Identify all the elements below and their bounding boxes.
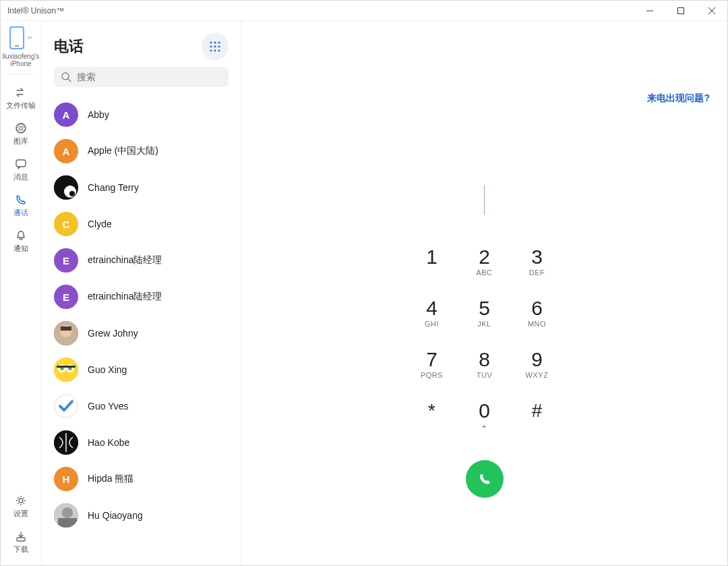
contact-row[interactable]: HHipda 熊猫: [42, 461, 241, 497]
call-button[interactable]: [466, 460, 504, 498]
bell-icon: [14, 229, 28, 242]
keypad-key-9[interactable]: 9WXYZ: [511, 339, 564, 390]
keypad-number: 4: [426, 298, 437, 318]
keypad-sublabel: +: [482, 422, 487, 430]
svg-rect-31: [57, 366, 75, 368]
minimize-button[interactable]: [634, 1, 665, 21]
phone-icon: [477, 472, 492, 486]
contact-row[interactable]: CClyde: [42, 206, 241, 242]
keypad-key-6[interactable]: 6MNO: [511, 287, 564, 339]
close-button[interactable]: [696, 1, 727, 21]
sidebar-item-settings[interactable]: 设置: [3, 490, 40, 523]
contact-row[interactable]: Eetrainchina陆经理: [42, 242, 241, 279]
page-title: 电话: [54, 36, 84, 57]
svg-rect-25: [61, 327, 71, 331]
sidebar-item-label: 图库: [13, 136, 28, 146]
keypad-key-8[interactable]: 8TUV: [458, 339, 511, 390]
sidebar-item-label: 通话: [13, 208, 28, 218]
keypad-key-4[interactable]: 4GHI: [406, 287, 458, 339]
search-icon: [61, 72, 71, 82]
keypad-number: *: [428, 401, 435, 420]
keypad-key-3[interactable]: 3DEF: [511, 236, 564, 287]
avatar: [54, 430, 78, 455]
contact-list[interactable]: AAbbyAApple (中国大陆)Chang TerryCClydeEetra…: [42, 94, 241, 565]
avatar: E: [54, 248, 78, 273]
sidebar-item-transfer[interactable]: 文件传输: [3, 82, 40, 115]
avatar: [54, 503, 78, 528]
svg-point-5: [20, 127, 23, 130]
contact-row[interactable]: Hu Qiaoyang: [42, 497, 241, 534]
keypad-number: 7: [426, 349, 437, 370]
avatar: [54, 358, 78, 382]
contact-row[interactable]: Grew Johny: [42, 315, 241, 351]
phone-device-icon: [9, 26, 24, 49]
contact-row[interactable]: Guo Xing: [42, 351, 241, 388]
keypad-key-5[interactable]: 5JKL: [458, 287, 511, 339]
sidebar-item-calls[interactable]: 通话: [3, 189, 40, 222]
text-cursor: [484, 185, 485, 215]
maximize-icon: [677, 7, 684, 14]
keypad-number: #: [532, 401, 543, 420]
device-dropdown[interactable]: [9, 26, 32, 49]
titlebar: Intel® Unison™: [1, 1, 727, 21]
dialer-panel: 来电出现问题? 1 2ABC3DEF4GHI5JKL6MNO7PQRS8TUV9…: [241, 21, 727, 565]
dialpad-icon: [209, 40, 221, 53]
keypad-sublabel: DEF: [529, 268, 545, 277]
dial-number-input[interactable]: [484, 183, 485, 216]
sidebar-item-notify[interactable]: 通知: [3, 225, 40, 258]
svg-point-4: [16, 123, 26, 133]
keypad-sublabel: TUV: [477, 371, 493, 379]
keypad-key-7[interactable]: 7PQRS: [406, 339, 458, 390]
contact-name: Hipda 熊猫: [88, 473, 133, 485]
contact-row[interactable]: AAbby: [42, 96, 241, 133]
avatar: H: [54, 467, 78, 491]
sidebar-item-label: 文件传输: [6, 101, 36, 111]
svg-line-19: [68, 79, 71, 82]
keypad-key-star[interactable]: *: [406, 390, 458, 441]
maximize-button[interactable]: [665, 1, 696, 21]
contact-row[interactable]: Chang Terry: [42, 169, 241, 206]
keypad-sublabel: PQRS: [421, 371, 443, 379]
svg-rect-36: [58, 518, 77, 528]
keypad-sublabel: MNO: [528, 320, 546, 328]
keypad-number: 1: [426, 247, 437, 267]
avatar: A: [54, 139, 78, 163]
keypad-sublabel: JKL: [477, 320, 491, 328]
keypad-number: 8: [479, 349, 490, 370]
sidebar-item-download[interactable]: 下载: [3, 526, 40, 559]
contact-name: Clyde: [88, 219, 112, 229]
contact-name: Hu Qiaoyang: [88, 510, 143, 521]
contact-row[interactable]: AApple (中国大陆): [42, 133, 241, 169]
avatar: [54, 175, 78, 200]
keypad-key-2[interactable]: 2ABC: [458, 236, 511, 287]
search-input[interactable]: [77, 72, 222, 82]
transfer-icon: [14, 86, 28, 99]
svg-point-14: [218, 45, 220, 47]
svg-point-15: [210, 49, 212, 51]
dialpad-toggle-button[interactable]: [202, 33, 229, 60]
svg-point-16: [214, 49, 216, 51]
phone-icon: [14, 193, 28, 206]
svg-point-9: [210, 41, 212, 43]
keypad-sublabel: WXYZ: [526, 371, 549, 379]
search-box[interactable]: [54, 67, 229, 87]
keypad-key-1[interactable]: 1: [406, 236, 458, 287]
contact-name: Apple (中国大陆): [88, 145, 158, 157]
svg-point-21: [64, 186, 76, 198]
sidebar-item-messages[interactable]: 消息: [3, 153, 40, 186]
call-problem-link[interactable]: 来电出现问题?: [647, 92, 710, 105]
keypad: 1 2ABC3DEF4GHI5JKL6MNO7PQRS8TUV9WXYZ* 0+…: [406, 236, 564, 441]
contact-row[interactable]: Eetrainchina陆经理: [42, 279, 241, 315]
svg-point-10: [214, 41, 216, 43]
keypad-number: 6: [531, 298, 543, 318]
contact-name: etrainchina陆经理: [88, 291, 162, 303]
keypad-number: 9: [531, 349, 543, 370]
contact-name: Hao Kobe: [88, 437, 129, 448]
keypad-key-hash[interactable]: #: [511, 390, 564, 441]
contact-row[interactable]: Hao Kobe: [42, 424, 241, 461]
svg-rect-6: [16, 160, 26, 167]
sidebar-item-gallery[interactable]: 图库: [3, 117, 40, 150]
keypad-key-0[interactable]: 0+: [458, 390, 511, 441]
gear-icon: [14, 494, 28, 507]
contact-row[interactable]: Guo Yves: [42, 388, 241, 424]
